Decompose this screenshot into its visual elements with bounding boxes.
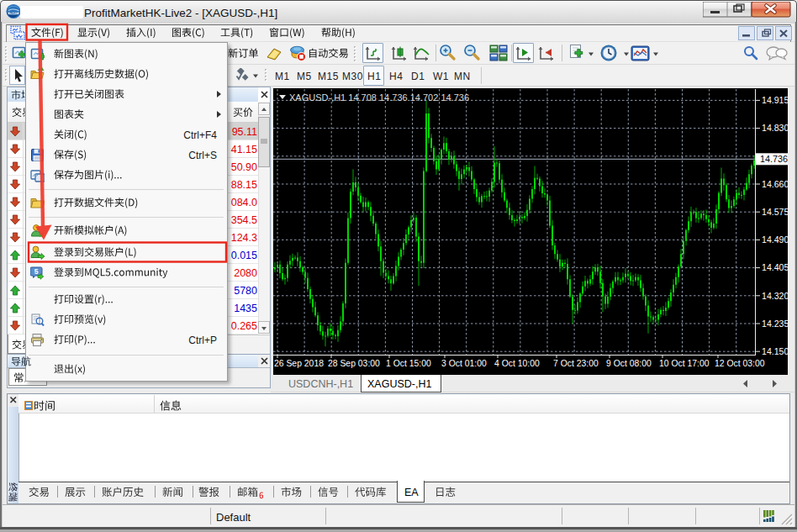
svg-text:14.320: 14.320 — [762, 291, 789, 301]
svg-text:5: 5 — [34, 267, 39, 276]
svg-text:14.235: 14.235 — [762, 319, 789, 329]
svg-text:12 Oct 03:00: 12 Oct 03:00 — [715, 359, 765, 368]
svg-text:26 Sep 2018: 26 Sep 2018 — [274, 359, 324, 368]
svg-text:14.405: 14.405 — [762, 262, 789, 272]
svg-text:XAGUSD-,H1 14.708 14.736 14.70: XAGUSD-,H1 14.708 14.736 14.702 14.736 — [289, 92, 469, 103]
svg-text:9 Oct 08:00: 9 Oct 08:00 — [606, 359, 652, 368]
svg-text:28 Sep 03:00: 28 Sep 03:00 — [328, 359, 380, 368]
svg-text:14.660: 14.660 — [762, 179, 789, 189]
svg-text:14.490: 14.490 — [762, 234, 789, 245]
svg-text:14.915: 14.915 — [762, 95, 789, 105]
svg-text:7 Oct 23:00: 7 Oct 23:00 — [553, 359, 599, 368]
svg-text:14.575: 14.575 — [762, 207, 789, 217]
svg-text:14.150: 14.150 — [762, 346, 789, 356]
svg-text:10 Oct 17:00: 10 Oct 17:00 — [659, 359, 710, 368]
svg-text:1 Oct 15:00: 1 Oct 15:00 — [386, 359, 431, 368]
svg-text:3 Oct 01:00: 3 Oct 01:00 — [441, 359, 487, 368]
svg-text:14.736: 14.736 — [760, 154, 788, 164]
svg-text:14.830: 14.830 — [762, 123, 789, 133]
svg-text:4 Oct 10:00: 4 Oct 10:00 — [494, 359, 540, 368]
